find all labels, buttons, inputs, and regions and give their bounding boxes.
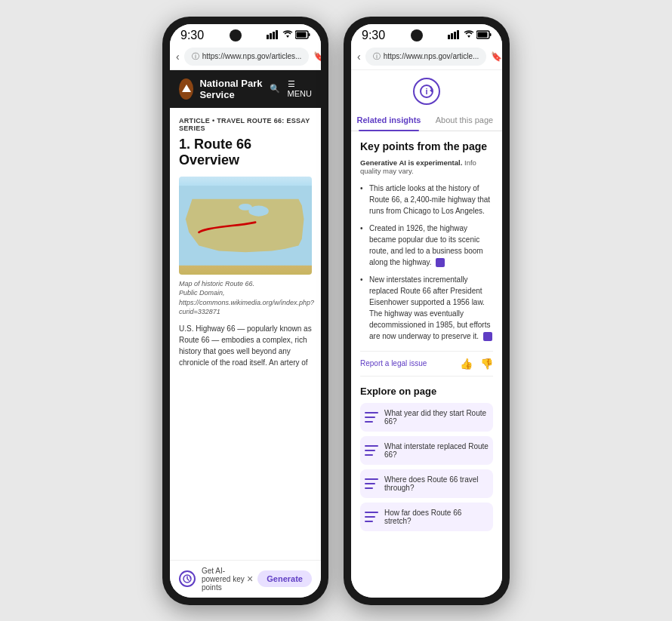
time-2: 9:30	[362, 29, 385, 42]
svg-rect-15	[457, 30, 459, 39]
svg-rect-12	[448, 35, 450, 39]
nps-menu-button[interactable]: ☰ MENU	[288, 79, 312, 98]
ai-panel: i Related insights About this page Key p…	[351, 70, 502, 598]
explore-title: Explore on page	[360, 386, 493, 397]
status-icons-2	[448, 29, 492, 42]
bullet-list: This article looks at the history of Rou…	[360, 183, 493, 342]
explore-text-3: Where does Route 66 travel through?	[384, 475, 489, 492]
svg-rect-2	[273, 32, 275, 39]
status-bar-1: 9:30	[170, 24, 321, 44]
address-bar-1: ‹ ⓘ https://www.nps.gov/articles... 🔖 ⬆ …	[170, 44, 321, 70]
explore-item-4[interactable]: How far does Route 66 stretch?	[360, 503, 493, 531]
svg-rect-13	[451, 33, 453, 39]
explore-text-4: How far does Route 66 stretch?	[384, 509, 489, 525]
thumbs-up-icon[interactable]: 👍	[460, 358, 473, 370]
ai-disclaimer: Generative AI is experimental. Info qual…	[360, 158, 493, 175]
bullet-2: Created in 1926, the highway became popu…	[360, 223, 493, 268]
explore-lines-icon-3	[365, 478, 378, 489]
article-title: 1. Route 66 Overview	[179, 137, 312, 169]
explore-item-1[interactable]: What year did they start Route 66?	[360, 403, 493, 432]
citation-badge-3	[483, 332, 492, 341]
address-bar-2: ‹ ⓘ https://www.nps.gov/article... 🔖 ⬆ ⋯	[351, 44, 502, 70]
info-icon-2: ⓘ	[373, 51, 381, 62]
nps-arrow-logo	[179, 78, 193, 100]
svg-marker-22	[430, 89, 432, 92]
legal-link[interactable]: Report a legal issue	[360, 359, 427, 367]
bookmark-icon-1[interactable]: 🔖	[313, 51, 321, 62]
phone-2: 9:30	[344, 17, 510, 605]
route-map	[179, 177, 312, 275]
article-body: ARTICLE • TRAVEL ROUTE 66: ESSAY SERIES …	[170, 108, 321, 560]
tab-about-page[interactable]: About this page	[427, 109, 502, 131]
time-1: 9:30	[180, 29, 204, 42]
url-bar-1[interactable]: ⓘ https://www.nps.gov/articles...	[184, 48, 310, 66]
svg-marker-4	[286, 35, 289, 38]
svg-rect-19	[477, 32, 487, 37]
bullet-1: This article looks at the history of Rou…	[360, 183, 493, 217]
url-text-2: https://www.nps.gov/article...	[384, 52, 479, 60]
panel-content: Key points from the page Generative AI i…	[351, 131, 502, 598]
explore-lines-icon-2	[365, 445, 378, 456]
battery-icon-2	[476, 29, 492, 42]
url-text-1: https://www.nps.gov/articles...	[202, 52, 302, 60]
ai-refresh-icon	[179, 570, 196, 587]
ai-label-text: Get AI-powered key points	[202, 567, 247, 592]
svg-rect-6	[308, 33, 310, 36]
svg-rect-3	[276, 30, 278, 39]
explore-lines-icon-4	[365, 512, 378, 522]
bullet-3: New interstates incrementally replaced R…	[360, 274, 493, 342]
thumbs-down-icon[interactable]: 👎	[480, 358, 493, 370]
svg-rect-14	[454, 32, 456, 39]
tab-related-insights[interactable]: Related insights	[351, 109, 427, 131]
nps-logo: National Park Service	[179, 78, 270, 100]
generate-button[interactable]: Generate	[257, 570, 312, 587]
wifi-icon-2	[464, 29, 474, 42]
svg-rect-0	[267, 35, 269, 39]
svg-text:i: i	[425, 87, 427, 96]
article-tag: ARTICLE • TRAVEL ROUTE 66: ESSAY SERIES	[179, 117, 312, 132]
status-icons-1	[267, 29, 310, 42]
back-button-2[interactable]: ‹	[357, 51, 361, 63]
key-points-title: Key points from the page	[360, 140, 493, 152]
us-map-svg	[179, 177, 312, 275]
explore-item-3[interactable]: Where does Route 66 travel through?	[360, 469, 493, 498]
citation-badge-2	[436, 258, 445, 267]
url-bar-2[interactable]: ⓘ https://www.nps.gov/article...	[365, 48, 487, 66]
svg-point-10	[239, 204, 252, 211]
map-caption: Map of historic Route 66. Public Domain,…	[179, 279, 312, 317]
bookmark-icon-2[interactable]: 🔖	[491, 51, 502, 62]
wifi-icon-1	[282, 29, 293, 42]
nps-site-title: National Park Service	[199, 78, 269, 100]
svg-rect-18	[489, 33, 491, 36]
close-button-1[interactable]: ×	[247, 573, 253, 585]
phone-1: 9:30	[162, 17, 328, 605]
explore-lines-icon-1	[365, 412, 378, 423]
svg-rect-7	[296, 32, 306, 37]
article-text: U.S. Highway 66 — popularly known as Rou…	[179, 323, 312, 368]
back-button-1[interactable]: ‹	[176, 51, 180, 63]
camera-notch-2	[411, 29, 423, 42]
disclaimer-bold: Generative AI is experimental.	[360, 158, 462, 167]
nps-header: National Park Service 🔍 ☰ MENU	[170, 70, 321, 108]
bottom-ai-bar: Get AI-powered key points × Generate	[170, 560, 321, 598]
info-icon-1: ⓘ	[192, 51, 199, 62]
ai-panel-header: i Related insights About this page	[351, 70, 502, 131]
legal-feedback-row: Report a legal issue 👍 👎	[360, 351, 493, 377]
ai-circle-icon: i	[413, 78, 440, 105]
nps-controls: 🔍 ☰ MENU	[270, 79, 312, 98]
svg-marker-16	[467, 35, 470, 38]
status-bar-2: 9:30	[351, 24, 502, 44]
battery-icon-1	[295, 29, 310, 42]
signal-icon-2	[448, 29, 461, 42]
camera-notch-1	[230, 29, 242, 42]
tabs-row: Related insights About this page	[351, 109, 502, 131]
nps-search-icon[interactable]: 🔍	[270, 84, 280, 94]
feedback-icons: 👍 👎	[460, 358, 493, 370]
explore-text-2: What interstate replaced Route 66?	[384, 442, 489, 459]
svg-rect-1	[270, 33, 272, 39]
signal-icon-1	[267, 29, 280, 42]
explore-item-2[interactable]: What interstate replaced Route 66?	[360, 436, 493, 465]
explore-text-1: What year did they start Route 66?	[384, 409, 489, 426]
